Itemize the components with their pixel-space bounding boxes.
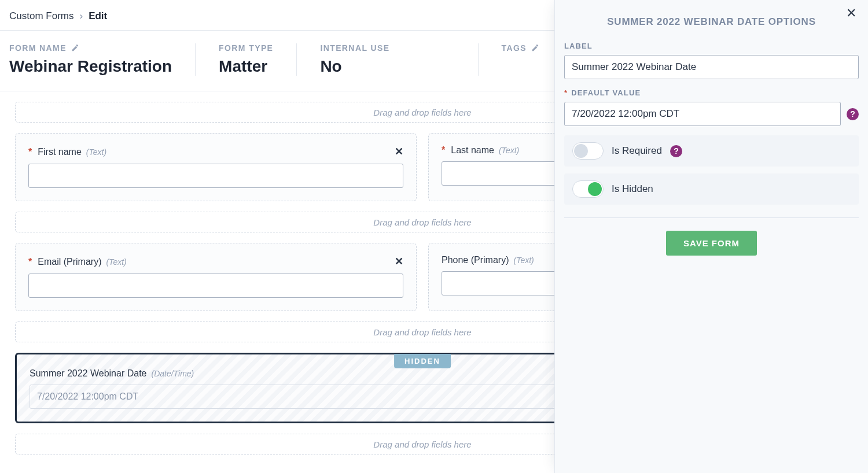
divider — [0, 91, 554, 91]
field-email[interactable]: * Email (Primary) (Text) ✕ — [15, 243, 417, 311]
default-value-label: * DEFAULT VALUE — [564, 88, 859, 97]
field-label: Email (Primary) — [38, 257, 101, 267]
field-phone[interactable]: Phone (Primary) (Text) — [428, 243, 554, 311]
field-label: Summer 2022 Webinar Date — [30, 368, 146, 379]
dropzone[interactable]: Drag and drop fields here — [15, 322, 554, 342]
form-name-value: Webinar Registration — [9, 57, 172, 76]
field-type-hint: (Text) — [86, 147, 106, 157]
is-hidden-label: Is Hidden — [612, 183, 653, 195]
required-star-icon: * — [442, 145, 445, 156]
label-field-label: LABEL — [564, 42, 859, 50]
help-icon[interactable]: ? — [847, 108, 859, 120]
form-name-label-text: FORM NAME — [9, 43, 67, 53]
tags-label-text: TAGS — [502, 43, 527, 53]
field-type-hint: (Text) — [106, 257, 126, 267]
form-meta: FORM NAME Webinar Registration FORM TYPE… — [0, 31, 554, 91]
pencil-icon[interactable] — [71, 44, 79, 52]
divider — [564, 217, 859, 218]
label-input[interactable] — [564, 55, 859, 79]
required-star-icon: * — [564, 88, 568, 97]
help-icon[interactable]: ? — [670, 145, 682, 157]
field-type-hint: (Text) — [499, 146, 519, 155]
default-value-input[interactable] — [564, 102, 841, 126]
is-hidden-toggle[interactable] — [572, 180, 604, 198]
dropzone[interactable]: Drag and drop fields here — [15, 212, 554, 232]
field-input[interactable] — [28, 164, 403, 188]
close-icon[interactable]: ✕ — [846, 6, 856, 21]
is-required-label: Is Required — [612, 145, 662, 157]
field-input[interactable] — [442, 271, 554, 295]
is-required-toggle[interactable] — [572, 142, 604, 160]
form-type-label: FORM TYPE — [219, 43, 273, 53]
save-form-button[interactable]: SAVE FORM — [666, 231, 757, 256]
field-label: First name — [38, 147, 82, 157]
panel-title: SUMMER 2022 WEBINAR DATE OPTIONS — [555, 0, 868, 38]
default-value-label-text: DEFAULT VALUE — [571, 88, 641, 97]
field-input[interactable] — [28, 274, 403, 298]
field-label: Last name — [451, 145, 494, 156]
chevron-right-icon: › — [79, 10, 83, 22]
hidden-badge: HIDDEN — [394, 354, 451, 368]
field-type-hint: (Text) — [513, 256, 534, 265]
field-webinar-date[interactable]: HIDDEN Summer 2022 Webinar Date (Date/Ti… — [15, 353, 554, 423]
dropzone[interactable]: Drag and drop fields here — [15, 434, 554, 454]
internal-use-label: INTERNAL USE — [320, 43, 389, 53]
form-name-label: FORM NAME — [9, 43, 172, 53]
field-last-name[interactable]: * Last name (Text) — [428, 133, 554, 201]
breadcrumb: Custom Forms › Edit — [0, 0, 554, 30]
field-input[interactable] — [442, 161, 554, 186]
tags-label: TAGS — [502, 43, 539, 53]
breadcrumb-current: Edit — [89, 10, 107, 22]
field-options-panel: ✕ SUMMER 2022 WEBINAR DATE OPTIONS LABEL… — [554, 0, 868, 473]
pencil-icon[interactable] — [531, 44, 539, 52]
close-icon[interactable]: ✕ — [395, 255, 403, 268]
required-star-icon: * — [28, 257, 32, 267]
is-hidden-row: Is Hidden — [564, 173, 859, 205]
field-input[interactable] — [30, 385, 554, 409]
required-star-icon: * — [28, 147, 32, 157]
is-required-row: Is Required ? — [564, 135, 859, 167]
field-type-hint: (Date/Time) — [151, 369, 194, 378]
field-label: Phone (Primary) — [442, 255, 509, 265]
field-first-name[interactable]: * First name (Text) ✕ — [15, 133, 417, 201]
close-icon[interactable]: ✕ — [395, 145, 403, 158]
internal-use-value: No — [320, 57, 389, 76]
form-type-value: Matter — [219, 57, 273, 76]
breadcrumb-root[interactable]: Custom Forms — [9, 10, 73, 22]
dropzone[interactable]: Drag and drop fields here — [15, 102, 554, 123]
